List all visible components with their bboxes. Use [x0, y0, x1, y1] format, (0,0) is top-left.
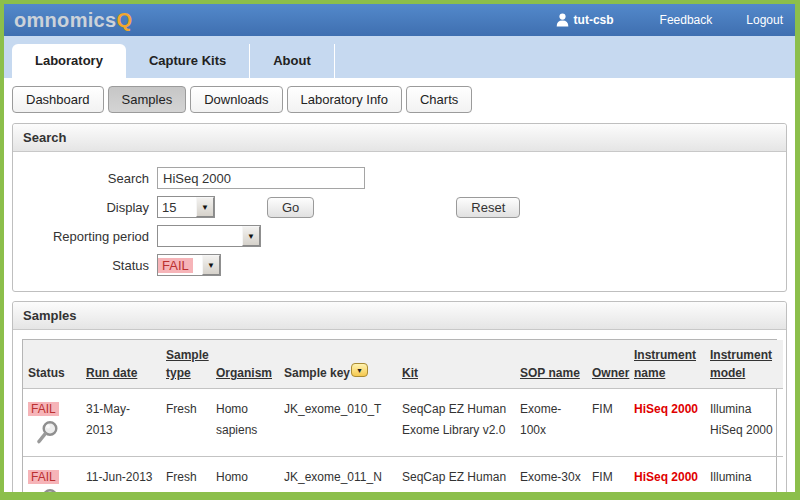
column-header-status: Status — [23, 340, 81, 389]
subtab-charts[interactable]: Charts — [406, 86, 472, 113]
samples-panel-title: Samples — [13, 302, 786, 330]
organism-cell: Homo sapiens — [211, 389, 279, 457]
column-header-organism[interactable]: Organism — [211, 340, 279, 389]
search-label: Search — [21, 171, 149, 186]
go-button[interactable]: Go — [267, 197, 314, 218]
tab-about[interactable]: About — [250, 44, 335, 78]
instrument-model-cell: Illumina HiSeq 2000 — [705, 457, 783, 500]
organism-cell: Homo sapiens — [211, 457, 279, 500]
sop-name-cell: Exome-100x — [515, 389, 587, 457]
samples-table-container: Status Run date Sample type Organism Sam… — [22, 339, 777, 500]
column-header-instrument-model[interactable]: Instrument model — [705, 340, 783, 389]
owner-cell: FIM — [587, 389, 629, 457]
owner-cell: FIM — [587, 457, 629, 500]
app-logo: omnomicsQ — [14, 9, 132, 32]
column-header-sample-key: Sample key▼ — [279, 340, 397, 389]
status-cell: FAIL — [23, 457, 81, 500]
status-row: Status FAIL ▼ — [21, 254, 778, 276]
top-bar-right: tut-csb Feedback Logout — [556, 13, 783, 27]
sop-name-cell: Exome-30x — [515, 457, 587, 500]
search-panel-body: Search Display 15 ▼ Go Reset Reporting p… — [13, 152, 786, 291]
sample-type-cell: Fresh — [161, 457, 211, 500]
subtab-downloads[interactable]: Downloads — [190, 86, 282, 113]
sort-descending-icon[interactable]: ▼ — [351, 363, 368, 377]
instrument-name-cell: HiSeq 2000 — [629, 389, 705, 457]
tab-capture-kits[interactable]: Capture Kits — [126, 44, 250, 78]
display-select[interactable]: 15 ▼ — [157, 196, 215, 218]
logo-accent: Q — [116, 9, 132, 31]
run-date-cell: 11-Jun-2013 — [81, 457, 161, 500]
reporting-period-row: Reporting period ▼ — [21, 225, 778, 247]
status-select-value: FAIL — [158, 258, 193, 273]
dropdown-arrow-icon[interactable]: ▼ — [202, 255, 220, 275]
status-label: Status — [21, 258, 149, 273]
top-bar: omnomicsQ tut-csb Feedback Logout — [4, 4, 795, 36]
subtab-dashboard[interactable]: Dashboard — [12, 86, 104, 113]
kit-cell: SeqCap EZ Human Exome Library v2.0 — [397, 389, 515, 457]
status-cell: FAIL — [23, 389, 81, 457]
status-badge: FAIL — [28, 402, 59, 416]
instrument-model-cell: Illumina HiSeq 2000 — [705, 389, 783, 457]
search-panel-title: Search — [13, 124, 786, 152]
display-row: Display 15 ▼ Go Reset — [21, 196, 778, 218]
feedback-link[interactable]: Feedback — [660, 13, 713, 27]
magnifier-icon[interactable] — [34, 420, 60, 446]
subtab-laboratory-info[interactable]: Laboratory Info — [287, 86, 402, 113]
sub-tab-bar: Dashboard Samples Downloads Laboratory I… — [12, 86, 787, 113]
content-area: Dashboard Samples Downloads Laboratory I… — [4, 78, 795, 500]
reporting-period-select[interactable]: ▼ — [157, 225, 261, 247]
username: tut-csb — [574, 13, 614, 27]
status-badge: FAIL — [28, 470, 59, 484]
subtab-samples[interactable]: Samples — [108, 86, 187, 113]
samples-panel: Samples Status Run date Sample type Or — [12, 301, 787, 500]
samples-panel-body: Status Run date Sample type Organism Sam… — [13, 330, 786, 500]
column-header-owner[interactable]: Owner — [587, 340, 629, 389]
column-header-kit[interactable]: Kit — [397, 340, 515, 389]
logo-text: omnomics — [14, 9, 116, 31]
logout-link[interactable]: Logout — [746, 13, 783, 27]
main-tab-bar: Laboratory Capture Kits About — [4, 36, 795, 78]
reporting-period-label: Reporting period — [21, 229, 149, 244]
magnifier-icon[interactable] — [34, 488, 60, 500]
column-header-sop-name[interactable]: SOP name — [515, 340, 587, 389]
sample-key-cell: JK_exome_011_N — [279, 457, 397, 500]
table-row: FAIL 11-Jun-2013 Fresh Homo sapiens JK_e… — [23, 457, 783, 500]
dropdown-arrow-icon[interactable]: ▼ — [242, 226, 260, 246]
status-select[interactable]: FAIL ▼ — [157, 254, 221, 276]
instrument-name-cell: HiSeq 2000 — [629, 457, 705, 500]
search-input[interactable] — [157, 167, 365, 189]
sample-type-cell: Fresh — [161, 389, 211, 457]
samples-table: Status Run date Sample type Organism Sam… — [23, 340, 783, 500]
run-date-cell: 31-May-2013 — [81, 389, 161, 457]
table-header-row: Status Run date Sample type Organism Sam… — [23, 340, 783, 389]
search-row: Search — [21, 167, 778, 189]
column-header-instrument-name[interactable]: Instrument name — [629, 340, 705, 389]
reset-button[interactable]: Reset — [456, 197, 520, 218]
kit-cell: SeqCap EZ Human Exome Library v2.0 — [397, 457, 515, 500]
column-header-sample-key-label[interactable]: Sample key — [284, 366, 350, 380]
search-panel: Search Search Display 15 ▼ Go Reset Repo… — [12, 123, 787, 292]
tab-laboratory[interactable]: Laboratory — [12, 44, 126, 78]
sample-key-cell: JK_exome_010_T — [279, 389, 397, 457]
table-row: FAIL 31-May-2013 Fresh Homo sapiens JK_e… — [23, 389, 783, 457]
column-header-sample-type[interactable]: Sample type — [161, 340, 211, 389]
column-header-run-date[interactable]: Run date — [81, 340, 161, 389]
current-user: tut-csb — [556, 13, 614, 27]
user-icon — [556, 13, 569, 27]
display-label: Display — [21, 200, 149, 215]
display-select-value: 15 — [158, 200, 180, 215]
dropdown-arrow-icon[interactable]: ▼ — [196, 197, 214, 217]
